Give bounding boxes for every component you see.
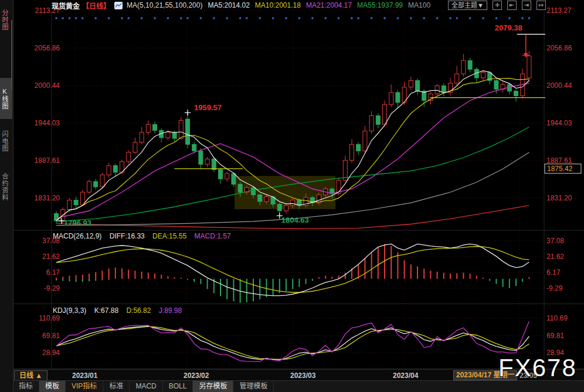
template-tab-bar: 指标 模板 VIP指标 标准 MACD BOLL 另存模板 管理模板	[13, 380, 584, 392]
macd-dea-value: DEA:15.55	[152, 232, 186, 240]
ma55-value: MA55:1937.99	[357, 1, 403, 9]
level-lines	[175, 98, 545, 169]
macd-formula-label: MACD(26,12,9)	[53, 232, 101, 240]
period-label: 【日线】	[82, 1, 110, 11]
shift-right-icon[interactable]: ↦	[537, 1, 546, 10]
macd-axis-label-right: 6.17	[546, 268, 561, 277]
event-marker-dots	[55, 17, 530, 19]
kdj-k-value: K:67.88	[94, 306, 118, 315]
macd-macd-value: MACD:1.57	[194, 232, 230, 240]
annotation-mar-low: 1804.63	[281, 216, 309, 224]
main-axis-label-right: 1887.61	[546, 156, 572, 165]
macd-panel-header: MACD(26,12,9) DIFF:16.33 DEA:15.55 MACD:…	[53, 232, 237, 240]
kdj-axis-label-left: 69.81	[42, 332, 60, 340]
kdj-axis-label-right: 110.69	[546, 314, 568, 322]
tab-boll[interactable]: BOLL	[163, 381, 193, 392]
macd-panel	[56, 244, 529, 303]
symbol-name: 现货黄金	[52, 1, 80, 11]
kdj-axis-label-left: 110.69	[39, 314, 60, 322]
macd-diff-value: DIFF:16.33	[110, 232, 145, 240]
main-axis-label-right: 1944.03	[546, 119, 572, 127]
crosshair-date-label: 2023/04/17 星期一	[453, 370, 517, 380]
macd-axis-label-right: 21.62	[546, 253, 564, 261]
tab-manage-templates[interactable]: 管理模板	[233, 381, 274, 392]
main-axis-label-left: 1944.03	[35, 119, 60, 127]
sidebar-item-flash-chart[interactable]: 闪电图	[0, 124, 12, 158]
macd-axis-label-right: -9.29	[546, 284, 563, 292]
month-label-apr: 2023/04	[393, 371, 418, 380]
pan-tool-icon[interactable]: ✛	[493, 1, 502, 10]
macd-axis-label-left: 21.62	[42, 253, 60, 261]
ma-formula-label: MA(5,10,21,55,100,200)	[127, 1, 202, 9]
sidebar-scrollbar[interactable]	[11, 20, 12, 90]
scale-right-icon[interactable]: ⇥	[522, 1, 531, 10]
main-axis-label-right: 2056.86	[546, 44, 572, 52]
kdj-formula-label: KDJ(9,3,3)	[53, 306, 86, 315]
sidebar-item-contract-info[interactable]: 合约资料	[0, 163, 12, 211]
kdj-j-value: J:89.98	[159, 306, 182, 315]
tab-templates[interactable]: 模板	[39, 381, 66, 392]
kdj-axis-label-left: 28.94	[42, 349, 60, 357]
month-label-may-partial: 23/05	[520, 371, 537, 380]
main-axis-label-right: 2000.44	[546, 81, 572, 90]
line-chart-badge-icon	[114, 2, 123, 9]
macd-axis-label-right: 37.08	[546, 237, 564, 245]
kdj-axis-label-right: 69.81	[546, 332, 564, 340]
ma5-value: MA5:2014.02	[208, 1, 249, 9]
left-sidebar: 分时图 K线图 闪电图 合约资料	[0, 0, 13, 392]
month-label-feb: 2023/02	[184, 371, 209, 380]
main-axis-label-right: 1831.20	[546, 194, 572, 202]
price-chart: 1796.931959.571804.632079.382113.272113.…	[0, 0, 584, 392]
sidebar-item-kline-chart[interactable]: K线图	[0, 78, 12, 119]
annotation-feb-high: 1959.57	[194, 103, 222, 112]
main-axis-label-left: 2000.44	[35, 81, 60, 90]
period-dropdown-button[interactable]: 日线 ▲	[14, 370, 47, 381]
tab-save-template[interactable]: 另存模板	[193, 381, 233, 392]
annotation-apr-target: 2079.38	[495, 23, 522, 32]
tab-vip-indicators[interactable]: VIP指标	[66, 381, 103, 392]
macd-axis-label-left: 6.17	[46, 268, 60, 277]
tab-macd[interactable]: MACD	[130, 381, 162, 392]
macd-axis-label-left: -9.29	[44, 284, 60, 292]
consolidation-highlight-box	[235, 176, 335, 209]
date-axis-bar: 日线 ▲ 2023/01 2023/02 2023/03 2023/04 202…	[13, 369, 584, 381]
ma10-value: MA10:2001.18	[255, 1, 301, 9]
trading-app-window: 1796.931959.571804.632079.382113.272113.…	[0, 0, 584, 392]
annotation-jan-low: 1796.93	[64, 219, 91, 227]
current-price-label: 1875.42	[547, 165, 573, 173]
chart-header: 现货黄金 【日线】 MA(5,10,21,55,100,200) MA5:201…	[13, 0, 584, 11]
main-axis-label-left: 1831.20	[35, 194, 60, 202]
main-axis-label-left: 1887.61	[35, 156, 60, 165]
ma21-value: MA21:2004.17	[306, 1, 352, 9]
month-label-mar: 2023/03	[290, 371, 315, 380]
theme-dropdown-button[interactable]: 全部主题▼	[448, 1, 487, 10]
scale-left-icon[interactable]: ⇤	[507, 1, 517, 10]
kdj-panel-header: KDJ(9,3,3) K:67.88 D:56.82 J:89.98	[53, 306, 188, 315]
ma100-value: MA100	[408, 1, 430, 9]
kdj-axis-label-right: 28.94	[546, 349, 564, 357]
month-label-jan: 2023/01	[72, 371, 97, 380]
kdj-d-value: D:56.82	[126, 306, 151, 315]
sidebar-item-time-chart[interactable]: 分时图	[0, 4, 12, 36]
tab-standard[interactable]: 标准	[103, 381, 130, 392]
main-axis-label-left: 2056.86	[35, 44, 60, 52]
kdj-panel	[56, 321, 529, 362]
tab-indicators[interactable]: 指标	[13, 381, 39, 392]
